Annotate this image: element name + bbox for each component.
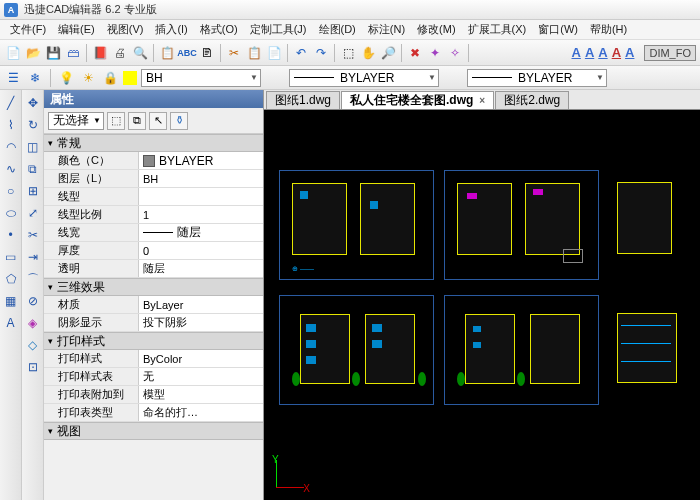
- boundary-icon[interactable]: ◇: [24, 336, 42, 354]
- layer-combo[interactable]: BH▼: [141, 69, 261, 87]
- tab-doc3[interactable]: 图纸2.dwg: [495, 91, 569, 109]
- text-icon[interactable]: A: [2, 314, 20, 332]
- app-title: 迅捷CAD编辑器 6.2 专业版: [24, 2, 157, 17]
- scale-icon[interactable]: ⤢: [24, 204, 42, 222]
- ellipse-icon[interactable]: ⬭: [2, 204, 20, 222]
- color-swatch[interactable]: [123, 71, 137, 85]
- pan-icon[interactable]: ✋: [359, 44, 377, 62]
- text-style-a1[interactable]: A: [571, 45, 580, 60]
- undo-icon[interactable]: ↶: [292, 44, 310, 62]
- break-icon[interactable]: ⊘: [24, 292, 42, 310]
- region-icon[interactable]: ◈: [24, 314, 42, 332]
- find-icon[interactable]: 🖹: [198, 44, 216, 62]
- copy-icon[interactable]: 📋: [245, 44, 263, 62]
- rotate-icon[interactable]: ↻: [24, 116, 42, 134]
- select-similar-icon[interactable]: ⧉: [128, 112, 146, 130]
- arc-icon[interactable]: ◠: [2, 138, 20, 156]
- line-icon[interactable]: ╱: [2, 94, 20, 112]
- selection-combo[interactable]: 无选择▼: [48, 112, 104, 130]
- text-style-a2[interactable]: A: [585, 45, 594, 60]
- rectangle-icon[interactable]: ▭: [2, 248, 20, 266]
- section-general[interactable]: ▾常规: [44, 134, 263, 152]
- hatch-icon[interactable]: ▦: [2, 292, 20, 310]
- prop-row-pstyle[interactable]: 打印样式ByColor: [44, 350, 263, 368]
- lock-icon[interactable]: 🔒: [101, 69, 119, 87]
- new-icon[interactable]: 📄: [4, 44, 22, 62]
- lineweight-combo[interactable]: BYLAYER▼: [467, 69, 607, 87]
- menu-window[interactable]: 窗口(W): [532, 22, 584, 37]
- menu-tools[interactable]: 定制工具(J): [244, 22, 313, 37]
- extend-icon[interactable]: ⇥: [24, 248, 42, 266]
- delete-icon[interactable]: ✖: [406, 44, 424, 62]
- prop-row-shadow[interactable]: 阴影显示投下阴影: [44, 314, 263, 332]
- prop-row-lineweight[interactable]: 线宽随层: [44, 224, 263, 242]
- linetype-combo[interactable]: BYLAYER▼: [289, 69, 439, 87]
- pick-icon[interactable]: ↖: [149, 112, 167, 130]
- prop-row-ptype[interactable]: 打印表类型命名的打…: [44, 404, 263, 422]
- offset-icon[interactable]: ⧉: [24, 160, 42, 178]
- fillet-icon[interactable]: ⌒: [24, 270, 42, 288]
- menu-help[interactable]: 帮助(H): [584, 22, 633, 37]
- purge-icon[interactable]: ✦: [426, 44, 444, 62]
- spell-icon[interactable]: ABC: [178, 44, 196, 62]
- save-icon[interactable]: 💾: [44, 44, 62, 62]
- close-icon[interactable]: ×: [479, 95, 485, 106]
- drawing-canvas[interactable]: ⊕ ——: [264, 110, 700, 500]
- page-setup-icon[interactable]: 📋: [158, 44, 176, 62]
- layer-manager-icon[interactable]: ☰: [4, 69, 22, 87]
- tab-doc2[interactable]: 私人住宅楼全套图.dwg×: [341, 91, 494, 109]
- section-3d-effect[interactable]: ▾三维效果: [44, 278, 263, 296]
- print-icon[interactable]: 🖨: [111, 44, 129, 62]
- spline-icon[interactable]: ∿: [2, 160, 20, 178]
- prop-row-color[interactable]: 颜色（C）BYLAYER: [44, 152, 263, 170]
- export-pdf-icon[interactable]: 📕: [91, 44, 109, 62]
- sun-icon[interactable]: ☀: [79, 69, 97, 87]
- trim-icon[interactable]: ✂: [24, 226, 42, 244]
- select-icon[interactable]: ⬚: [339, 44, 357, 62]
- section-print-style[interactable]: ▾打印样式: [44, 332, 263, 350]
- prop-row-ltscale[interactable]: 线型比例1: [44, 206, 263, 224]
- menu-modify[interactable]: 修改(M): [411, 22, 462, 37]
- move-icon[interactable]: ✥: [24, 94, 42, 112]
- menu-file[interactable]: 文件(F): [4, 22, 52, 37]
- prop-row-linetype[interactable]: 线型: [44, 188, 263, 206]
- prop-row-transparency[interactable]: 透明随层: [44, 260, 263, 278]
- explode-icon[interactable]: ✧: [446, 44, 464, 62]
- text-style-a5[interactable]: A: [625, 45, 634, 60]
- group-icon[interactable]: ⊡: [24, 358, 42, 376]
- redo-icon[interactable]: ↷: [312, 44, 330, 62]
- menu-dimension[interactable]: 标注(N): [362, 22, 411, 37]
- open-icon[interactable]: 📂: [24, 44, 42, 62]
- prop-row-thickness[interactable]: 厚度0: [44, 242, 263, 260]
- menu-extend[interactable]: 扩展工具(X): [462, 22, 533, 37]
- cut-icon[interactable]: ✂: [225, 44, 243, 62]
- menu-edit[interactable]: 编辑(E): [52, 22, 101, 37]
- layer-freeze-icon[interactable]: ❄: [26, 69, 44, 87]
- zoom-icon[interactable]: 🔎: [379, 44, 397, 62]
- menu-insert[interactable]: 插入(I): [149, 22, 193, 37]
- array-icon[interactable]: ⊞: [24, 182, 42, 200]
- filter-icon[interactable]: ⚱: [170, 112, 188, 130]
- mirror-icon[interactable]: ◫: [24, 138, 42, 156]
- bulb-icon[interactable]: 💡: [57, 69, 75, 87]
- prop-row-pstyletable[interactable]: 打印样式表无: [44, 368, 263, 386]
- tab-doc1[interactable]: 图纸1.dwg: [266, 91, 340, 109]
- text-style-a4[interactable]: A: [612, 45, 621, 60]
- quick-select-icon[interactable]: ⬚: [107, 112, 125, 130]
- prop-row-pattach[interactable]: 打印表附加到模型: [44, 386, 263, 404]
- circle-icon[interactable]: ○: [2, 182, 20, 200]
- dim-style-combo[interactable]: DIM_FO: [644, 45, 696, 61]
- polygon-icon[interactable]: ⬠: [2, 270, 20, 288]
- point-icon[interactable]: •: [2, 226, 20, 244]
- polyline-icon[interactable]: ⌇: [2, 116, 20, 134]
- paste-icon[interactable]: 📄: [265, 44, 283, 62]
- section-view[interactable]: ▾视图: [44, 422, 263, 440]
- preview-icon[interactable]: 🔍: [131, 44, 149, 62]
- prop-row-material[interactable]: 材质ByLayer: [44, 296, 263, 314]
- text-style-a3[interactable]: A: [598, 45, 607, 60]
- prop-row-layer[interactable]: 图层（L）BH: [44, 170, 263, 188]
- menu-view[interactable]: 视图(V): [101, 22, 150, 37]
- menu-draw[interactable]: 绘图(D): [313, 22, 362, 37]
- menu-format[interactable]: 格式(O): [194, 22, 244, 37]
- saveall-icon[interactable]: 🗃: [64, 44, 82, 62]
